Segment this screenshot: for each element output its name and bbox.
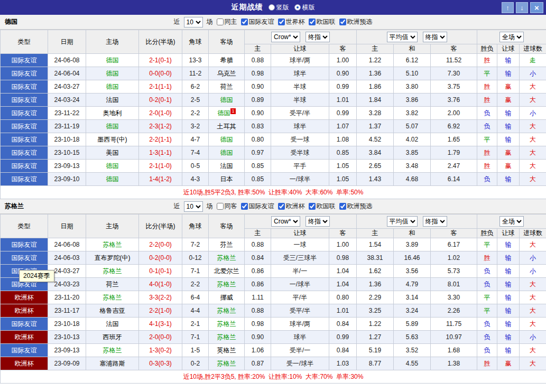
league-checkbox-euroqualifiers[interactable]: 欧洲预选	[339, 202, 373, 211]
league-checkbox-nationsleague[interactable]: 欧国联	[309, 17, 336, 26]
odds-away-cell: 1.07	[329, 120, 357, 133]
checkbox-icon[interactable]	[339, 203, 346, 210]
scope-select[interactable]: 全场	[499, 216, 524, 227]
match-row: 国际友谊24-03-24法国0-2(0-1)2-5德国0.89半球1.011.8…	[1, 94, 546, 107]
avg-draw-cell: 3.80	[394, 80, 431, 94]
odds-home-cell: 0.88	[245, 304, 271, 318]
date-cell: 23-10-18	[48, 133, 86, 146]
checkbox-icon[interactable]	[278, 203, 285, 210]
avg-draw-cell: 3.52	[394, 344, 431, 357]
away-team-cell: 苏格兰	[209, 318, 245, 331]
scope-select[interactable]: 全场	[499, 32, 524, 42]
corners-cell: 0-5	[182, 160, 209, 173]
league-label: 欧洲预选	[347, 17, 373, 26]
odds-stage-select[interactable]: 终指	[306, 32, 330, 42]
result-outcome-cell: 胜	[477, 80, 497, 94]
match-type-cell: 国际友谊	[1, 173, 48, 186]
match-type-cell: 国际友谊	[1, 318, 48, 331]
away-team-cell: 德国	[209, 133, 245, 146]
league-checkbox-euroqualifiers[interactable]: 欧洲预选	[339, 17, 373, 26]
result-outcome-cell: 负	[477, 120, 497, 133]
match-type-cell: 国际友谊	[1, 146, 48, 160]
same-venue-checkbox[interactable]: 同客	[217, 202, 237, 211]
recent-count-select[interactable]: 10	[184, 17, 203, 27]
match-type-cell: 欧洲杯	[1, 304, 48, 318]
odds-home-cell: 0.90	[245, 331, 271, 344]
result-outcome-cell: 胜	[477, 146, 497, 160]
odds-away-cell: 1.04	[329, 278, 357, 291]
average-select[interactable]: 平均值	[387, 216, 418, 227]
result-handicap-cell: 输	[497, 107, 520, 120]
corners-cell: 7-4	[182, 146, 209, 160]
result-outcome-cell: 负	[477, 265, 497, 278]
avg-draw-cell: 3.24	[394, 304, 431, 318]
close-button[interactable]: ×	[530, 2, 543, 13]
avg-draw-cell: 3.82	[394, 107, 431, 120]
avg-draw-cell: 6.12	[394, 54, 431, 67]
sub-result-goals: 进球数	[520, 229, 546, 238]
checkbox-icon[interactable]	[278, 18, 285, 25]
league-checkbox-eurocup[interactable]: 欧洲杯	[278, 202, 305, 211]
result-outcome-cell: 胜	[477, 357, 497, 370]
sub-avg-draw: 和	[394, 44, 431, 54]
match-row: 欧洲杯23-09-09塞浦路斯0-3(0-3)0-2苏格兰0.87受一/球半1.…	[1, 357, 546, 370]
team-section-germany: 德国 近 10 场 同主 国际友谊 世界杯 欧国联	[0, 15, 546, 199]
odds-handicap-cell: 受平/半	[271, 304, 329, 318]
result-handicap-cell: 赢	[497, 160, 520, 173]
scroll-up-button[interactable]: ↑	[502, 2, 514, 13]
match-row: 欧洲杯23-10-13西班牙2-0(0-0)7-1苏格兰0.90球半0.991.…	[1, 331, 546, 344]
up-arrow-icon: ↑	[506, 4, 510, 11]
corners-cell: 2-2	[182, 278, 209, 291]
checkbox-icon[interactable]	[241, 18, 248, 25]
bookmaker-select[interactable]: Crow*	[271, 216, 300, 227]
date-cell: 23-10-18	[48, 318, 86, 331]
match-row: 国际友谊23-11-22奥地利2-0(1-0)2-2德国10.90受平/半0.9…	[1, 107, 546, 120]
result-handicap-cell: 输	[497, 278, 520, 291]
radio-horizontal-layout[interactable]: 横版	[294, 3, 315, 12]
odds-handicap-cell: 半/一	[271, 265, 329, 278]
recent-count-select[interactable]: 10	[184, 201, 203, 212]
scroll-down-button[interactable]: ↓	[516, 2, 528, 13]
odds-home-cell: 0.97	[245, 146, 271, 160]
league-checkbox-friendly[interactable]: 国际友谊	[241, 17, 274, 26]
score-cell: 4-1(3-1)	[139, 318, 182, 331]
sub-odds-handicap: 让球	[271, 229, 329, 238]
checkbox-icon[interactable]	[309, 18, 316, 25]
average-select[interactable]: 平均值	[387, 32, 418, 42]
odds-home-cell: 0.84	[245, 251, 271, 265]
same-venue-checkbox[interactable]: 同主	[217, 17, 237, 26]
league-checkbox-friendly[interactable]: 国际友谊	[241, 202, 274, 211]
odds-stage-select[interactable]: 终指	[306, 216, 330, 227]
league-label: 欧洲杯	[286, 202, 305, 211]
odds-home-cell: 0.88	[245, 54, 271, 67]
avg-draw-cell: 5.89	[394, 318, 431, 331]
team-name: 苏格兰	[5, 202, 24, 211]
radio-icon[interactable]	[269, 4, 275, 11]
avg-home-cell: 1.86	[357, 80, 394, 94]
radio-vertical-layout[interactable]: 竖版	[269, 3, 289, 12]
match-type-cell: 国际友谊	[1, 80, 48, 94]
average-stage-select[interactable]: 终指	[423, 216, 447, 227]
radio-icon[interactable]	[294, 4, 301, 11]
checkbox-icon[interactable]	[217, 203, 224, 210]
col-date: 日期	[48, 214, 86, 238]
summary-row: 近10场,胜2平3负5, 胜率:20% 让胜率:10% 大率:70% 单率:30…	[1, 370, 546, 384]
match-row: 国际友谊23-10-15美国1-3(1-1)7-4德国0.97受半球0.853.…	[1, 146, 546, 160]
checkbox-icon[interactable]	[241, 203, 248, 210]
average-stage-select[interactable]: 终指	[423, 32, 447, 42]
league-checkbox-nationsleague[interactable]: 欧国联	[309, 202, 336, 211]
league-checkbox-worldcup[interactable]: 世界杯	[278, 17, 305, 26]
result-outcome-cell: 平	[477, 133, 497, 146]
match-type-cell: 国际友谊	[1, 107, 48, 120]
avg-away-cell: 11.75	[431, 318, 477, 331]
result-outcome-cell: 负	[477, 344, 497, 357]
odds-away-cell: 0.84	[329, 318, 357, 331]
avg-away-cell: 3.76	[431, 94, 477, 107]
recent-label: 近	[174, 17, 180, 26]
scope-group-header: 全场	[477, 30, 546, 44]
checkbox-icon[interactable]	[217, 18, 224, 25]
away-team-cell: 荷兰	[209, 80, 245, 94]
checkbox-icon[interactable]	[339, 18, 346, 25]
checkbox-icon[interactable]	[309, 203, 316, 210]
bookmaker-select[interactable]: Crow*	[271, 32, 300, 42]
